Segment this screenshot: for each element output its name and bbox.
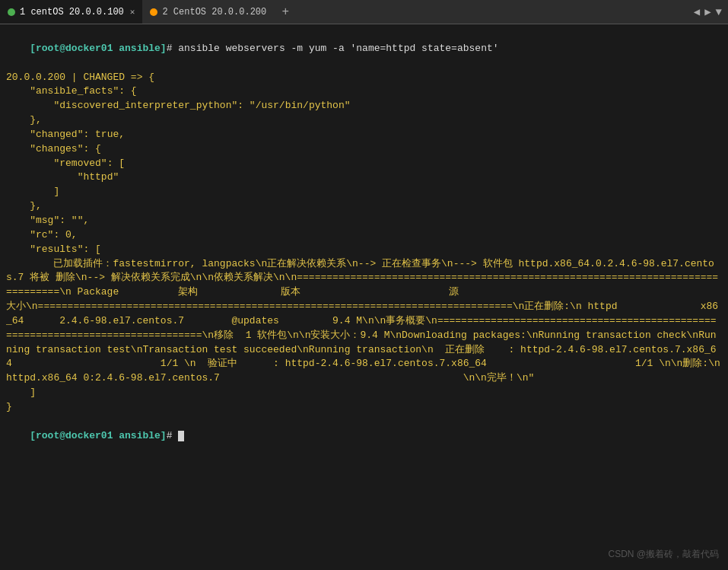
nav-prev-icon[interactable]: ◀ [694,5,700,18]
prompt-1: [root@docker01 ansible] [30,43,166,54]
terminal-line-7: "changes": { [6,142,722,157]
tab-menu-icon[interactable]: ▼ [716,6,722,18]
terminal-line-2: 20.0.0.200 | CHANGED => { [6,71,722,85]
tab-1-close[interactable]: ✕ [130,7,135,17]
cursor [178,431,184,441]
terminal-line-5: }, [6,113,722,128]
terminal-line-1: [root@docker01 ansible]# ansible webserv… [6,27,722,71]
tab-1-dot [8,8,15,16]
terminal-line-18: } [6,400,722,415]
prompt-end: [root@docker01 ansible] [30,430,166,441]
terminal-line-14: "results": [ [6,243,722,257]
terminal-line-9: "httpd" [6,170,722,185]
terminal-area[interactable]: [root@docker01 ansible]# ansible webserv… [0,24,728,570]
terminal-line-10: ] [6,185,722,199]
terminal-prompt-end: [root@docker01 ansible]# [6,415,722,458]
terminal-line-16: 大小\n====================================… [6,300,722,386]
terminal-line-6: "changed": true, [6,128,722,142]
tab-2-label: 2 CentOS 20.0.0.200 [162,7,266,18]
terminal-line-8: "removed": [ [6,157,722,171]
terminal-line-11: }, [6,199,722,214]
tab-2[interactable]: 2 CentOS 20.0.0.200 [142,0,274,24]
terminal-line-3: "ansible_facts": { [6,84,722,99]
tab-1[interactable]: 1 centOS 20.0.0.100 ✕ [0,0,142,24]
terminal-line-12: "msg": "", [6,214,722,228]
tab-bar: 1 centOS 20.0.0.100 ✕ 2 CentOS 20.0.0.20… [0,0,728,24]
nav-next-icon[interactable]: ▶ [704,5,711,18]
tab-2-dot [150,8,157,16]
tab-add-button[interactable]: + [275,2,295,22]
terminal-line-4: "discovered_interpreter_python": "/usr/b… [6,99,722,113]
terminal-line-13: "rc": 0, [6,228,722,243]
tab-1-label: 1 centOS 20.0.0.100 [20,7,124,18]
terminal-line-15: 已加载插件：fastestmirror, langpacks\n正在解决依赖关系… [6,257,722,301]
terminal-line-17: ] [6,386,722,400]
watermark: CSDN @搬着砖，敲着代码 [608,548,719,561]
tab-nav-controls: ◀ ▶ ▼ [694,5,728,18]
